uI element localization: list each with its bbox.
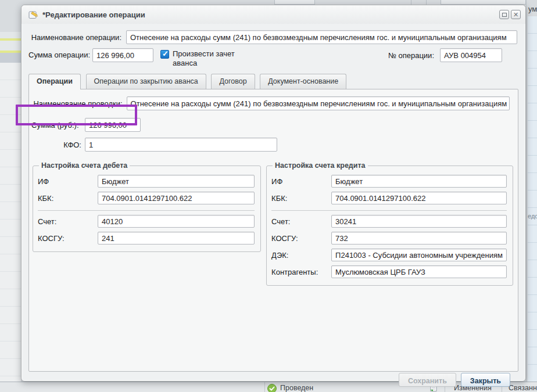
dialog-title: *Редактирование операции: [42, 10, 497, 19]
credit-account-label: Счет:: [271, 217, 331, 226]
background-table-rows: [528, 16, 537, 382]
sum-rub-label: Сумма (руб.):: [31, 121, 85, 130]
maximize-icon: [502, 13, 507, 17]
credit-kbk-input[interactable]: 704.0901.0141297100.622: [331, 192, 507, 204]
account-groups: Настройка счета дебета ИФ Бюджет КБК: 70…: [31, 161, 513, 286]
debit-kbk-row: КБК: 704.0901.0141297100.622: [38, 192, 255, 204]
credit-if-row: ИФ Бюджет: [271, 175, 507, 188]
credit-kosgu-input[interactable]: 732: [331, 232, 507, 244]
background-right-table: ум едо: [526, 0, 537, 382]
debit-kosgu-label: КОСГУ:: [38, 234, 98, 243]
dialog-body: Наименование операции: Отнесение на расх…: [22, 24, 525, 391]
credit-account-group: Настройка счета кредита ИФ Бюджет КБК: 7…: [266, 161, 513, 286]
credit-counterparty-input[interactable]: Муслюмовская ЦРБ ГАУЗ: [331, 265, 507, 278]
maximize-button[interactable]: [499, 10, 509, 19]
background-band: [0, 53, 21, 63]
save-button[interactable]: Сохранить: [399, 373, 456, 387]
posting-name-row: Наименование проводки: Отнесение на расх…: [31, 96, 513, 110]
debit-kbk-label: КБК:: [38, 194, 98, 203]
background-row: [0, 32, 21, 38]
background-left-panel: [0, 0, 21, 382]
credit-kbk-row: КБК: 704.0901.0141297100.622: [271, 192, 507, 204]
debit-account-group: Настройка счета дебета ИФ Бюджет КБК: 70…: [33, 161, 261, 252]
operation-name-row: Наименование операции: Отнесение на расх…: [28, 30, 518, 44]
background-row: [0, 41, 21, 51]
advance-checkbox-label: Произвести зачет аванса: [173, 49, 235, 67]
kfo-row: КФО: 1: [31, 138, 513, 152]
edit-operation-dialog: *Редактирование операции ✕ Наименование …: [21, 5, 526, 382]
operation-number-row: № операции: АУВ 004954: [388, 48, 518, 62]
dialog-footer: Сохранить Закрыть: [28, 372, 518, 391]
operations-tab-panel: Наименование проводки: Отнесение на расх…: [28, 89, 518, 372]
background-peek-box: [441, 0, 526, 5]
sum-rub-input[interactable]: 126 996,00: [85, 118, 141, 132]
debit-kosgu-input[interactable]: 241: [98, 232, 255, 244]
background-grid-rows: [0, 63, 21, 382]
background-clipped-text: едо: [528, 213, 537, 220]
background-clipped-text: ум: [528, 5, 537, 13]
tab-advance-closing-operations[interactable]: Операции по закрытию аванса: [86, 74, 206, 89]
debit-kbk-input[interactable]: 704.0901.0141297100.622: [98, 192, 255, 204]
credit-kosgu-label: КОСГУ:: [271, 234, 331, 243]
debit-if-input[interactable]: Бюджет: [98, 175, 255, 188]
kfo-label: КФО:: [31, 141, 85, 149]
debit-account-label: Счет:: [38, 217, 98, 226]
debit-if-label: ИФ: [38, 177, 98, 186]
operation-sum-row: Сумма операции: 126 996,00 Произвести за…: [28, 48, 518, 68]
tab-strip: Операции Операции по закрытию аванса Дог…: [28, 74, 518, 89]
operation-name-input[interactable]: Отнесение на расходы сумм (241) по безво…: [126, 30, 517, 44]
debit-group-title: Настройка счета дебета: [39, 161, 130, 170]
credit-group-title: Настройка счета кредита: [273, 161, 367, 170]
debit-if-row: ИФ Бюджет: [38, 175, 255, 188]
credit-account-input[interactable]: 30241: [331, 215, 507, 228]
advance-checkbox[interactable]: [160, 50, 169, 59]
posting-name-label: Наименование проводки:: [31, 99, 127, 108]
credit-if-input[interactable]: Бюджет: [331, 175, 507, 188]
group-divider: [271, 210, 507, 211]
group-divider: [38, 210, 255, 211]
tab-contract[interactable]: Договор: [211, 74, 255, 89]
operation-number-input[interactable]: АУВ 004954: [440, 48, 502, 62]
credit-counterparty-row: Контрагенты: Муслюмовская ЦРБ ГАУЗ: [271, 265, 507, 278]
operation-name-label: Наименование операции:: [28, 33, 126, 42]
debit-account-row: Счет: 40120: [38, 215, 255, 228]
tab-basis-document[interactable]: Документ-основание: [260, 74, 346, 89]
tab-operations[interactable]: Операции: [28, 74, 81, 89]
credit-dek-label: ДЭК:: [271, 251, 331, 260]
advance-offset-field: Произвести зачет аванса: [160, 48, 235, 68]
background-tick: [411, 0, 411, 5]
background-peek-box: [274, 0, 315, 5]
posting-name-input[interactable]: Отнесение на расходы сумм (241) по безво…: [127, 96, 510, 110]
credit-kosgu-row: КОСГУ: 732: [271, 232, 507, 244]
operation-sum-label: Сумма операции:: [28, 48, 92, 59]
sum-rub-row: Сумма (руб.): 126 996,00: [31, 118, 513, 132]
kfo-input[interactable]: 1: [85, 138, 277, 152]
credit-account-row: Счет: 30241: [271, 215, 507, 228]
operation-number-label: № операции:: [388, 51, 440, 60]
credit-kbk-label: КБК:: [271, 194, 331, 203]
edit-operation-icon: [28, 10, 39, 19]
credit-counterparty-label: Контрагенты:: [271, 268, 331, 276]
debit-account-input[interactable]: 40120: [98, 215, 255, 228]
close-button[interactable]: Закрыть: [461, 373, 510, 387]
background-tick: [426, 0, 427, 5]
credit-if-label: ИФ: [271, 177, 331, 186]
background-strip: [0, 0, 21, 32]
close-icon[interactable]: ✕: [511, 10, 521, 19]
operation-sum-input[interactable]: 126 996,00: [92, 48, 153, 62]
credit-dek-input[interactable]: П241003 - Субсидии автономным учреждения…: [331, 249, 507, 261]
credit-dek-row: ДЭК: П241003 - Субсидии автономным учреж…: [271, 249, 507, 261]
dialog-titlebar[interactable]: *Редактирование операции ✕: [22, 5, 525, 24]
debit-kosgu-row: КОСГУ: 241: [38, 232, 255, 244]
